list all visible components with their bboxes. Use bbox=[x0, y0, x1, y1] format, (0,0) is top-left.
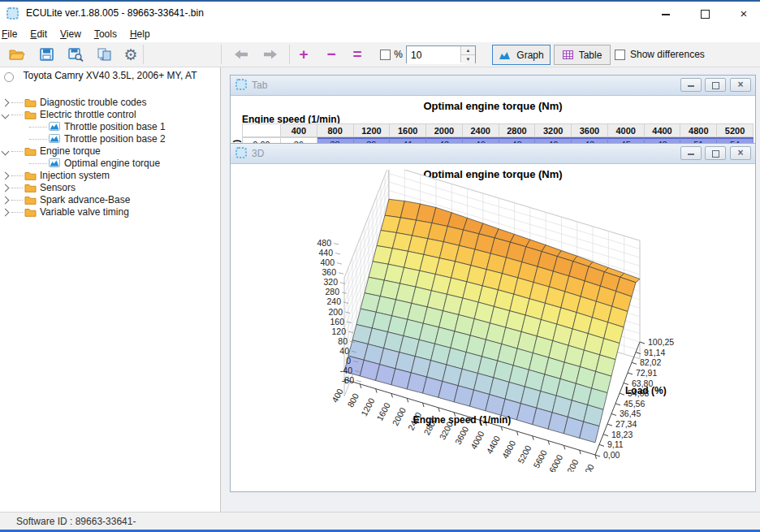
maximize-button[interactable] bbox=[687, 2, 723, 26]
software-id-text: Software ID : 89663-33641- bbox=[16, 516, 136, 527]
chevron-down-icon[interactable] bbox=[2, 111, 10, 119]
svg-text:6400: 6400 bbox=[578, 462, 596, 472]
percent-toggle[interactable]: % bbox=[375, 42, 408, 67]
minimize-button[interactable] bbox=[648, 2, 684, 26]
tab-close-button[interactable]: × bbox=[730, 78, 751, 92]
map-chart-icon bbox=[49, 158, 60, 170]
svg-text:40: 40 bbox=[339, 346, 349, 356]
tree-item-spark-advance-base[interactable]: Spark advance-Base bbox=[0, 194, 220, 206]
svg-text:-80: -80 bbox=[342, 375, 354, 385]
spinner-down-button[interactable]: ▼ bbox=[461, 55, 475, 63]
back-button[interactable] bbox=[231, 42, 252, 67]
tree-item-throttle-position-base-1[interactable]: Throttle position base 1 bbox=[0, 121, 220, 133]
chevron-right-icon[interactable] bbox=[2, 209, 10, 217]
svg-text:240: 240 bbox=[326, 296, 341, 306]
show-differences-toggle[interactable]: Show differences bbox=[615, 49, 705, 60]
tree-item-label: Diagnostic trouble codes bbox=[40, 97, 146, 108]
tab-window-titlebar[interactable]: Tab × bbox=[231, 76, 755, 96]
save-button[interactable] bbox=[36, 42, 57, 67]
chevron-right-icon[interactable] bbox=[2, 172, 10, 180]
three-d-titlebar[interactable]: 3D × bbox=[231, 144, 755, 164]
forward-button[interactable] bbox=[260, 42, 281, 67]
tree-item-injection-system[interactable]: Injection system bbox=[0, 170, 220, 182]
svg-text:120: 120 bbox=[331, 327, 346, 336]
tree-item-variable-valve-timing[interactable]: Variable valve timing bbox=[0, 206, 220, 218]
column-header-2800: 2800 bbox=[499, 123, 536, 137]
svg-text:100,25: 100,25 bbox=[648, 337, 674, 347]
tree-item-label: Optimal engine torque bbox=[64, 158, 160, 169]
tab-window-icon bbox=[235, 79, 247, 90]
three-d-maximize-button[interactable] bbox=[705, 146, 726, 160]
graph-view-button[interactable]: Graph bbox=[492, 45, 551, 65]
step-field-wrap: ▲ ▼ bbox=[406, 45, 476, 63]
svg-text:360: 360 bbox=[322, 267, 336, 277]
svg-text:0,00: 0,00 bbox=[603, 450, 620, 460]
svg-text:800: 800 bbox=[345, 391, 361, 409]
chevron-right-icon[interactable] bbox=[2, 99, 10, 107]
three-d-close-button[interactable]: × bbox=[730, 146, 751, 160]
open-file-button[interactable] bbox=[6, 42, 28, 67]
step-spinner: ▲ ▼ bbox=[460, 46, 475, 63]
status-bar: Software ID : 89663-33641- bbox=[0, 512, 760, 530]
svg-text:9,11: 9,11 bbox=[607, 439, 624, 449]
percent-checkbox[interactable] bbox=[380, 50, 391, 60]
menu-file[interactable]: File bbox=[0, 27, 24, 40]
window-title: ECULite ver.1.88.005 - 89663-33641-.bin bbox=[26, 7, 204, 19]
tree-item-diagnostic-trouble-codes[interactable]: Diagnostic trouble codes bbox=[0, 97, 220, 109]
folder-icon bbox=[24, 146, 37, 158]
svg-text:280: 280 bbox=[325, 287, 339, 296]
column-header-4400: 4400 bbox=[645, 123, 681, 137]
close-button[interactable]: × bbox=[726, 2, 760, 26]
step-input[interactable] bbox=[407, 46, 466, 64]
column-header-3200: 3200 bbox=[535, 123, 572, 137]
menu-tools[interactable]: Tools bbox=[88, 27, 123, 40]
tab-window-title: Tab bbox=[252, 80, 267, 91]
increase-button[interactable]: + bbox=[294, 42, 313, 67]
tree-item-electric-throttle-control[interactable]: Electric throttle control bbox=[0, 109, 220, 121]
tree-item-throttle-position-base-2[interactable]: Throttle position base 2 bbox=[0, 133, 220, 145]
svg-text:440: 440 bbox=[318, 248, 333, 257]
svg-text:45,56: 45,56 bbox=[624, 399, 645, 409]
tree-item-optimal-engine-torque[interactable]: Optimal engine torque bbox=[0, 158, 220, 170]
three-d-window-title: 3D bbox=[252, 148, 264, 159]
svg-text:80: 80 bbox=[338, 336, 348, 346]
chevron-right-icon[interactable] bbox=[2, 197, 10, 205]
save-as-button[interactable] bbox=[65, 42, 86, 67]
svg-text:4400: 4400 bbox=[484, 434, 502, 455]
menu-view[interactable]: View bbox=[54, 27, 88, 40]
tree-item-sensors[interactable]: Sensors bbox=[0, 182, 220, 194]
svg-text:6000: 6000 bbox=[547, 453, 565, 472]
gear-icon: ⚙ bbox=[123, 45, 137, 64]
table-view-button[interactable]: Table bbox=[554, 45, 611, 65]
svg-text:0: 0 bbox=[346, 356, 351, 365]
menu-help[interactable]: Help bbox=[123, 27, 157, 40]
tree-item-engine-torque[interactable]: Engine torque bbox=[0, 145, 220, 158]
tab-maximize-button[interactable] bbox=[705, 78, 726, 92]
tree-item-label: Sensors bbox=[40, 182, 76, 193]
set-equal-button[interactable]: = bbox=[348, 42, 367, 67]
tree-connector bbox=[11, 102, 23, 103]
menu-edit[interactable]: Edit bbox=[24, 27, 54, 40]
svg-text:400: 400 bbox=[330, 387, 345, 404]
three-d-minimize-button[interactable] bbox=[680, 146, 702, 160]
column-header-4000: 4000 bbox=[608, 123, 645, 137]
title-bar[interactable]: ECULite ver.1.88.005 - 89663-33641-.bin … bbox=[0, 2, 760, 26]
settings-button[interactable]: ⚙ bbox=[120, 42, 141, 67]
three-d-window: 3D × Optimal engine torque (Nm) 40080012… bbox=[230, 143, 756, 492]
tree-connector bbox=[29, 139, 47, 140]
svg-text:Engine speed (1/min): Engine speed (1/min) bbox=[413, 414, 512, 426]
map-chart-icon bbox=[49, 122, 60, 133]
tab-minimize-button[interactable] bbox=[680, 78, 702, 92]
eculite-window: ECULite ver.1.88.005 - 89663-33641-.bin … bbox=[0, 0, 760, 532]
show-differences-checkbox[interactable] bbox=[615, 50, 625, 60]
spinner-up-button[interactable]: ▲ bbox=[461, 46, 475, 55]
chevron-right-icon[interactable] bbox=[2, 184, 10, 192]
chevron-down-icon[interactable] bbox=[2, 148, 10, 156]
decrease-button[interactable]: − bbox=[322, 42, 341, 67]
column-header-800: 800 bbox=[317, 123, 354, 137]
svg-text:Load (%): Load (%) bbox=[625, 385, 667, 396]
svg-text:5600: 5600 bbox=[531, 448, 549, 469]
compare-button[interactable] bbox=[94, 42, 115, 67]
tree-connector bbox=[11, 115, 23, 115]
torque-surface-chart[interactable]: 4008001200160020002400280032003600400044… bbox=[231, 170, 755, 472]
